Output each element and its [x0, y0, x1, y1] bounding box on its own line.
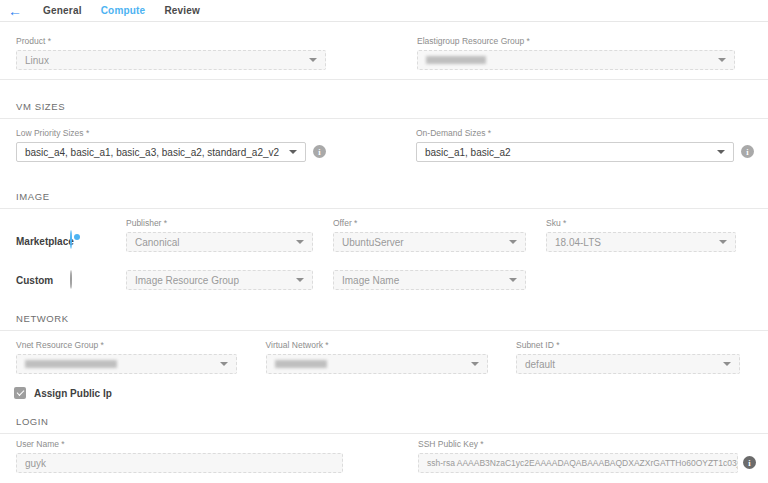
offer-select[interactable]: UbuntuServer	[333, 232, 526, 252]
subnet-id-select[interactable]: default	[516, 354, 740, 374]
vnet-resource-group-select[interactable]	[16, 354, 237, 374]
sku-label: Sku *	[546, 218, 736, 228]
info-icon[interactable]	[313, 145, 326, 158]
caret-down-icon	[718, 58, 726, 62]
low-priority-sizes-value: basic_a4, basic_a1, basic_a3, basic_a2, …	[25, 147, 279, 158]
image-resource-group-placeholder: Image Resource Group	[135, 275, 239, 286]
section-image: IMAGE Marketplace Publisher * Canonical …	[0, 162, 768, 290]
virtual-network-select[interactable]	[266, 354, 488, 374]
product-value: Linux	[25, 55, 49, 66]
subnet-id-value: default	[525, 359, 555, 370]
caret-down-icon	[220, 362, 228, 366]
login-title: LOGIN	[16, 416, 49, 427]
ssh-public-key-input[interactable]: ssh-rsa AAAAB3NzaC1yc2EAAAADAQABAAABAQDX…	[418, 453, 738, 473]
network-title: NETWORK	[16, 313, 69, 324]
vm-sizes-title: VM SIZES	[16, 101, 65, 112]
tab-bar: ← General Compute Review	[0, 0, 768, 22]
custom-label: Custom	[16, 275, 70, 286]
user-name-input[interactable]: guyk	[16, 453, 343, 473]
offer-label: Offer *	[333, 218, 526, 228]
sku-value: 18.04-LTS	[555, 237, 601, 248]
offer-value: UbuntuServer	[342, 237, 404, 248]
ssh-public-key-label: SSH Public Key *	[418, 439, 738, 449]
caret-down-icon	[719, 240, 727, 244]
ssh-public-key-value: ssh-rsa AAAAB3NzaC1yc2EAAAADAQABAAABAQDX…	[427, 458, 738, 468]
sku-select[interactable]: 18.04-LTS	[546, 232, 736, 252]
virtual-network-label: Virtual Network *	[266, 340, 488, 350]
product-select[interactable]: Linux	[16, 50, 326, 70]
image-name-select[interactable]: Image Name	[333, 270, 526, 290]
section-login: LOGIN User Name * guyk SSH Public Key * …	[0, 399, 768, 473]
on-demand-sizes-select[interactable]: basic_a1, basic_a2	[416, 142, 734, 162]
caret-down-icon	[296, 278, 304, 282]
custom-row: Custom Image Resource Group Image Name	[0, 270, 768, 290]
caret-down-icon	[309, 58, 317, 62]
back-arrow-icon[interactable]: ←	[8, 4, 24, 18]
marketplace-row: Marketplace Publisher * Canonical Offer …	[0, 218, 768, 252]
redacted-value	[426, 56, 486, 64]
user-name-value: guyk	[25, 458, 46, 469]
assign-public-ip-checkbox[interactable]	[14, 387, 26, 399]
elastigroup-resource-group-label: Elastigroup Resource Group *	[417, 36, 735, 46]
image-resource-group-select[interactable]: Image Resource Group	[126, 270, 313, 290]
publisher-value: Canonical	[135, 237, 179, 248]
info-icon[interactable]	[741, 145, 754, 158]
on-demand-sizes-value: basic_a1, basic_a2	[425, 147, 511, 158]
image-name-placeholder: Image Name	[342, 275, 399, 286]
low-priority-sizes-label: Low Priority Sizes *	[16, 128, 306, 138]
caret-down-icon	[509, 278, 517, 282]
assign-public-ip-row: Assign Public Ip	[0, 387, 768, 399]
caret-down-icon	[509, 240, 517, 244]
caret-down-icon	[296, 240, 304, 244]
publisher-label: Publisher *	[126, 218, 313, 228]
info-icon[interactable]	[743, 456, 756, 469]
redacted-value	[25, 360, 117, 368]
image-title: IMAGE	[16, 191, 50, 202]
low-priority-sizes-select[interactable]: basic_a4, basic_a1, basic_a3, basic_a2, …	[16, 142, 306, 162]
section-vm-sizes: VM SIZES Low Priority Sizes * basic_a4, …	[0, 80, 768, 162]
publisher-select[interactable]: Canonical	[126, 232, 313, 252]
subnet-id-label: Subnet ID *	[516, 340, 740, 350]
user-name-label: User Name *	[16, 439, 343, 449]
marketplace-radio[interactable]	[70, 230, 72, 249]
on-demand-sizes-label: On-Demand Sizes *	[416, 128, 734, 138]
caret-down-icon	[471, 362, 479, 366]
product-row: Product * Linux Elastigroup Resource Gro…	[0, 22, 768, 70]
tab-general[interactable]: General	[43, 5, 82, 16]
assign-public-ip-label: Assign Public Ip	[34, 388, 112, 399]
product-label: Product *	[16, 36, 326, 46]
custom-radio[interactable]	[70, 270, 72, 289]
marketplace-label: Marketplace	[16, 236, 70, 247]
vnet-resource-group-label: Vnet Resource Group *	[16, 340, 237, 350]
elastigroup-resource-group-select[interactable]	[417, 50, 735, 70]
caret-down-icon	[289, 150, 297, 154]
redacted-value	[275, 360, 327, 368]
tab-review[interactable]: Review	[164, 5, 200, 16]
caret-down-icon	[717, 150, 725, 154]
section-network: NETWORK Vnet Resource Group * Virtual Ne…	[0, 290, 768, 399]
tab-compute[interactable]: Compute	[101, 5, 146, 16]
caret-down-icon	[723, 362, 731, 366]
